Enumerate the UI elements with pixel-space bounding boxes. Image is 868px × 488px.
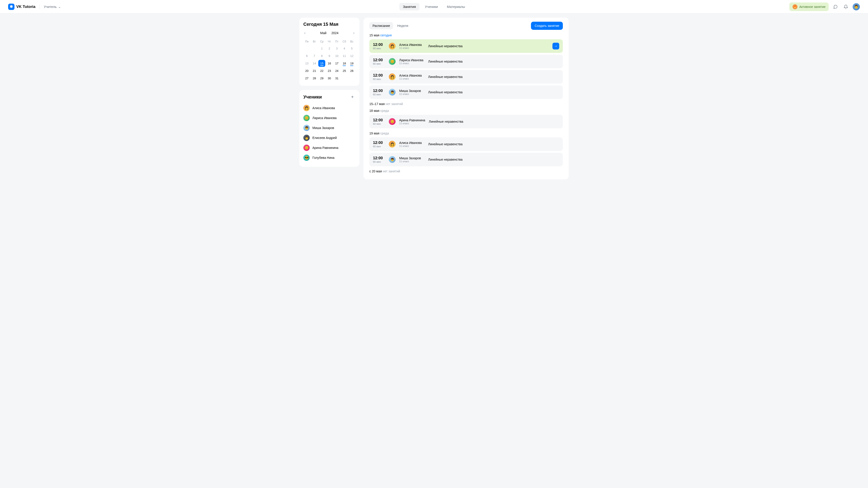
lesson-avatar: 👩 bbox=[389, 73, 396, 80]
calendar-day[interactable]: 11 bbox=[341, 53, 348, 59]
calendar-day[interactable]: 10 bbox=[333, 53, 340, 59]
calendar-day[interactable]: 18 bbox=[341, 60, 348, 67]
dow-label: Чт bbox=[326, 39, 333, 44]
calendar-day[interactable]: 2 bbox=[326, 45, 333, 52]
chevron-down-icon: ⌄ bbox=[58, 5, 61, 9]
lesson-time: 12:0060 мин bbox=[373, 156, 385, 163]
lesson-row[interactable]: 12:0060 мин👩Алиса Иванова11 классЛинейны… bbox=[369, 70, 563, 84]
schedule-panel: РасписаниеНеделя Создать занятие 15 мая … bbox=[364, 18, 569, 180]
calendar-day[interactable]: 21 bbox=[311, 67, 318, 74]
lesson-topic: Линейные неравенства bbox=[428, 44, 549, 48]
prev-month-button[interactable]: ‹ bbox=[303, 30, 306, 36]
student-item[interactable]: 😎Голубева Нина bbox=[303, 153, 355, 163]
role-label: Учитель bbox=[44, 5, 57, 8]
calendar-day[interactable]: 26 bbox=[348, 67, 355, 74]
calendar-day[interactable]: 17 bbox=[333, 60, 340, 67]
calendar-day[interactable]: 12 bbox=[348, 53, 355, 59]
calendar-day[interactable]: 13 bbox=[303, 60, 310, 67]
calendar-day[interactable]: 6 bbox=[303, 53, 310, 59]
chat-icon[interactable] bbox=[832, 3, 839, 10]
role-switcher[interactable]: Учитель ⌄ bbox=[44, 5, 61, 9]
bell-icon[interactable] bbox=[842, 3, 849, 10]
calendar-day[interactable]: 5 bbox=[348, 45, 355, 52]
lesson-row[interactable]: 12:0060 мин👩Алиса Иванова11 классЛинейны… bbox=[369, 39, 563, 53]
calendar-day[interactable]: 9 bbox=[326, 53, 333, 59]
lesson-topic: Линейные неравенства bbox=[428, 60, 559, 63]
calendar-day[interactable]: 24 bbox=[333, 67, 340, 74]
active-lesson-label: Активное занятие bbox=[799, 5, 826, 8]
student-item[interactable]: 👦Миша Захаров bbox=[303, 123, 355, 133]
calendar-day[interactable]: 20 bbox=[303, 67, 310, 74]
lesson-row[interactable]: 12:0060 мин😊Арина Равнинина11 классЛиней… bbox=[369, 115, 563, 128]
lesson-row[interactable]: 12:0060 мин😊Лариса Иванова11 классЛинейн… bbox=[369, 55, 563, 68]
lesson-row[interactable]: 12:0060 мин👦Миша Захаров11 классЛинейные… bbox=[369, 86, 563, 99]
calendar-day[interactable]: 31 bbox=[333, 75, 340, 82]
calendar-day[interactable]: 29 bbox=[318, 75, 325, 82]
calendar-day[interactable]: 23 bbox=[326, 67, 333, 74]
calendar-day[interactable]: 22 bbox=[318, 67, 325, 74]
divider bbox=[39, 4, 40, 9]
main-nav: ЗанятияУченикиМатериалы bbox=[399, 3, 469, 10]
student-item[interactable]: 😊Лариса Иванова bbox=[303, 113, 355, 123]
calendar-day[interactable]: 8 bbox=[318, 53, 325, 59]
student-avatar: 👩 bbox=[303, 105, 310, 111]
calendar-day[interactable]: 15 bbox=[318, 60, 325, 67]
students-list: 👩Алиса Иванова😊Лариса Иванова👦Миша Захар… bbox=[303, 103, 355, 163]
students-title: Ученики bbox=[303, 94, 322, 100]
go-to-lesson-button[interactable]: → bbox=[553, 43, 559, 50]
tab-расписание[interactable]: Расписание bbox=[369, 22, 393, 29]
lesson-topic: Линейные неравенства bbox=[429, 120, 559, 123]
lesson-topic: Линейные неравенства bbox=[428, 90, 559, 94]
month-year: Май 2024 bbox=[320, 31, 339, 35]
today-title: Сегодня 15 Мая bbox=[303, 22, 355, 27]
calendar-day[interactable]: 3 bbox=[333, 45, 340, 52]
lesson-time: 12:0060 мин bbox=[373, 73, 385, 80]
lesson-time: 12:0060 мин bbox=[373, 140, 385, 148]
lesson-row[interactable]: 12:0060 мин👩Алиса Иванова11 классЛинейны… bbox=[369, 137, 563, 151]
lesson-student: Арина Равнинина11 класс bbox=[399, 119, 425, 125]
nav-item-материалы[interactable]: Материалы bbox=[443, 3, 469, 10]
student-avatar: 👦 bbox=[303, 125, 310, 131]
calendar-day[interactable]: 30 bbox=[326, 75, 333, 82]
nav-item-ученики[interactable]: Ученики bbox=[421, 3, 441, 10]
calendar-day[interactable]: 4 bbox=[341, 45, 348, 52]
create-lesson-button[interactable]: Создать занятие bbox=[531, 22, 563, 30]
lesson-student: Алиса Иванова11 класс bbox=[399, 74, 425, 80]
logo[interactable]: ✱ VK Tutoria bbox=[8, 4, 35, 10]
student-item[interactable]: 😊Арина Равнинина bbox=[303, 143, 355, 153]
user-avatar[interactable]: 👨 bbox=[852, 3, 860, 10]
lesson-avatar: 👦 bbox=[389, 89, 396, 96]
header-right: 🔥 Активное занятие 👨 bbox=[789, 2, 860, 11]
student-avatar: 😊 bbox=[303, 115, 310, 121]
lesson-student: Алиса Иванова11 класс bbox=[399, 141, 425, 147]
student-item[interactable]: 👨Елисеев Андрей bbox=[303, 133, 355, 143]
active-lesson-badge[interactable]: 🔥 Активное занятие bbox=[789, 2, 829, 11]
lesson-avatar: 😊 bbox=[389, 58, 396, 65]
calendar-day[interactable]: 25 bbox=[341, 67, 348, 74]
dow-label: Вс bbox=[348, 39, 355, 44]
calendar-day[interactable]: 1 bbox=[318, 45, 325, 52]
lesson-row[interactable]: 12:0060 мин👦Миша Захаров11 классЛинейные… bbox=[369, 153, 563, 166]
add-student-button[interactable]: + bbox=[349, 94, 355, 100]
lesson-student: Миша Захаров11 класс bbox=[399, 89, 425, 95]
student-item[interactable]: 👩Алиса Иванова bbox=[303, 103, 355, 113]
nav-item-занятия[interactable]: Занятия bbox=[399, 3, 420, 10]
calendar-day[interactable]: 14 bbox=[311, 60, 318, 67]
dow-label: Пн bbox=[303, 39, 310, 44]
calendar-day[interactable]: 19 bbox=[348, 60, 355, 67]
calendar-day[interactable]: 27 bbox=[303, 75, 310, 82]
calendar-grid: ПнВтСрЧтПтСбВс12345678910111213141516171… bbox=[303, 39, 355, 82]
calendar-day[interactable]: 7 bbox=[311, 53, 318, 59]
calendar-day[interactable]: 28 bbox=[311, 75, 318, 82]
lesson-avatar: 👦 bbox=[389, 156, 396, 163]
tab-неделя[interactable]: Неделя bbox=[394, 22, 411, 29]
calendar-day[interactable]: 16 bbox=[326, 60, 333, 67]
students-head: Ученики + bbox=[303, 94, 355, 100]
student-avatar: 👨 bbox=[303, 135, 310, 141]
lesson-student: Алиса Иванова11 класс bbox=[399, 43, 425, 49]
left-column: Сегодня 15 Мая ‹ Май 2024 › ПнВтСрЧтПтСб… bbox=[299, 18, 360, 180]
next-month-button[interactable]: › bbox=[352, 30, 355, 36]
year-label: 2024 bbox=[331, 31, 338, 35]
lesson-student: Миша Захаров11 класс bbox=[399, 156, 425, 163]
header: ✱ VK Tutoria Учитель ⌄ ЗанятияУченикиМат… bbox=[0, 0, 868, 13]
